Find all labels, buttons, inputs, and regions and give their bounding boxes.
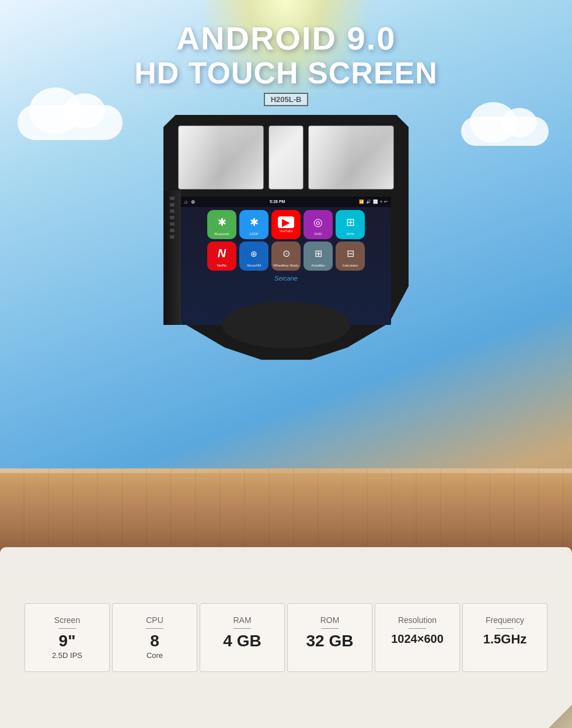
spec-rom-label: ROM: [320, 615, 340, 625]
side-btn-7[interactable]: [170, 235, 175, 239]
spec-frequency: Frequency 1.5GHz: [462, 603, 547, 673]
back-icon: ↩: [384, 200, 388, 204]
status-time: 5:28 PM: [270, 200, 285, 204]
spec-cpu-sub: Core: [147, 651, 163, 660]
spec-resolution-divider: [409, 628, 426, 629]
spec-resolution-value: 1024×600: [391, 632, 444, 645]
car-bottom-oval: [222, 302, 350, 348]
youtube-label: YouTube: [279, 229, 293, 233]
spec-rom-divider: [321, 628, 339, 629]
spec-ram-label: RAM: [233, 615, 251, 625]
spec-frequency-divider: [496, 628, 514, 629]
spec-screen-value: 9": [59, 632, 76, 650]
sirius-label: SiriusXM: [247, 264, 261, 267]
main-content: ANDROID 9.0 HD TOUCH SCREEN H205L-B: [0, 0, 572, 728]
spec-resolution: Resolution 1024×600: [375, 603, 460, 673]
app-row-1: ✱ Bluetooth ✱ A2DP ▶ YouTube: [186, 210, 386, 239]
spec-screen-divider: [58, 628, 76, 629]
sirius-icon: ⊕: [245, 245, 263, 262]
app-avin[interactable]: ⊞ AVIN: [336, 210, 365, 239]
spec-ram-divider: [233, 628, 251, 629]
side-btn-3[interactable]: [170, 209, 175, 213]
sound-icon: 🔊: [366, 200, 371, 204]
side-btn-1[interactable]: [170, 197, 175, 200]
side-btn-5[interactable]: [170, 222, 175, 226]
spec-screen-sub: 2.5D IPS: [52, 651, 82, 660]
vent-center: [268, 125, 304, 190]
vent-left: [178, 125, 264, 190]
settings-nav-icon: ⊕: [191, 199, 196, 205]
title-hd: HD TOUCH SCREEN: [0, 57, 572, 90]
bluetooth-icon: ✱: [213, 214, 231, 231]
specs-grid: Screen 9" 2.5D IPS CPU 8 Core RAM 4 GB R…: [23, 603, 549, 673]
spec-frequency-value: 1.5GHz: [483, 632, 527, 646]
wifi-icon: 📶: [359, 200, 364, 204]
title-android: ANDROID 9.0: [0, 20, 572, 57]
power-icon: ×: [380, 200, 382, 204]
spec-cpu-value: 8: [150, 632, 159, 650]
app-wheelkey[interactable]: ⊙ Wheelkey Study: [271, 242, 301, 271]
status-icons: 📶 🔊 ⬜ × ↩: [359, 200, 388, 204]
avin-label: AVIN: [346, 232, 354, 236]
app-bluetooth[interactable]: ✱ Bluetooth: [207, 210, 236, 239]
specs-section: Screen 9" 2.5D IPS CPU 8 Core RAM 4 GB R…: [0, 547, 572, 728]
wheelkey-label: Wheelkey Study: [273, 264, 298, 267]
amplifier-icon: ⊞: [309, 245, 327, 262]
a2dp-label: A2DP: [249, 232, 259, 236]
spec-cpu-divider: [146, 628, 163, 629]
dvr-label: DVR: [315, 232, 322, 236]
bezel-side-controls: [163, 191, 181, 325]
side-btn-2[interactable]: [170, 203, 175, 206]
spec-ram-value: 4 GB: [223, 632, 261, 650]
watermark: Seicane: [181, 274, 391, 283]
avin-icon: ⊞: [341, 214, 359, 231]
app-youtube[interactable]: ▶ YouTube: [271, 210, 301, 239]
battery-icon: ⬜: [373, 200, 378, 204]
bluetooth-label: Bluetooth: [214, 232, 229, 236]
side-btn-4[interactable]: [170, 216, 175, 219]
spec-frequency-label: Frequency: [486, 615, 524, 625]
app-a2dp[interactable]: ✱ A2DP: [239, 210, 268, 239]
amplifier-label: Amplifier: [311, 264, 325, 267]
spec-rom: ROM 32 GB: [287, 603, 372, 673]
spec-cpu-label: CPU: [146, 615, 163, 625]
spec-cpu: CPU 8 Core: [112, 603, 197, 673]
app-sirius[interactable]: ⊕ SiriusXM: [239, 242, 268, 271]
calculator-label: Calculator: [342, 264, 358, 267]
wheelkey-icon: ⊙: [277, 245, 295, 262]
car-unit-wrapper: ⌂ ⊕ 5:28 PM 📶 🔊 ⬜ × ↩: [0, 115, 572, 360]
calculator-icon: ⊟: [341, 245, 359, 262]
home-nav-icon: ⌂: [184, 199, 187, 205]
top-panels: [178, 125, 394, 190]
vent-right: [308, 125, 394, 190]
title-section: ANDROID 9.0 HD TOUCH SCREEN H205L-B: [0, 0, 572, 106]
youtube-icon: ▶: [278, 216, 294, 228]
spec-rom-value: 32 GB: [306, 632, 354, 650]
spec-screen-label: Screen: [54, 615, 80, 625]
netflix-label: Netflix: [217, 264, 227, 267]
dvr-icon: ◎: [309, 214, 327, 231]
app-row-2: N Netflix ⊕ SiriusXM ⊙ Wheelkey Study: [186, 242, 386, 271]
status-bar: ⌂ ⊕ 5:28 PM 📶 🔊 ⬜ × ↩: [181, 197, 391, 207]
netflix-icon: N: [213, 245, 231, 262]
app-amplifier[interactable]: ⊞ Amplifier: [304, 242, 333, 271]
a2dp-icon: ✱: [245, 214, 263, 231]
model-badge: H205L-B: [264, 93, 309, 106]
spec-ram: RAM 4 GB: [200, 603, 285, 673]
app-calculator[interactable]: ⊟ Calculator: [336, 242, 365, 271]
page-curl: [549, 705, 572, 728]
side-btn-6[interactable]: [170, 229, 175, 232]
spec-screen: Screen 9" 2.5D IPS: [25, 603, 110, 673]
app-netflix[interactable]: N Netflix: [207, 242, 236, 271]
spec-resolution-label: Resolution: [398, 615, 437, 625]
car-unit: ⌂ ⊕ 5:28 PM 📶 🔊 ⬜ × ↩: [163, 115, 409, 360]
app-dvr[interactable]: ◎ DVR: [304, 210, 333, 239]
app-grid: ✱ Bluetooth ✱ A2DP ▶ YouTube: [181, 207, 391, 274]
